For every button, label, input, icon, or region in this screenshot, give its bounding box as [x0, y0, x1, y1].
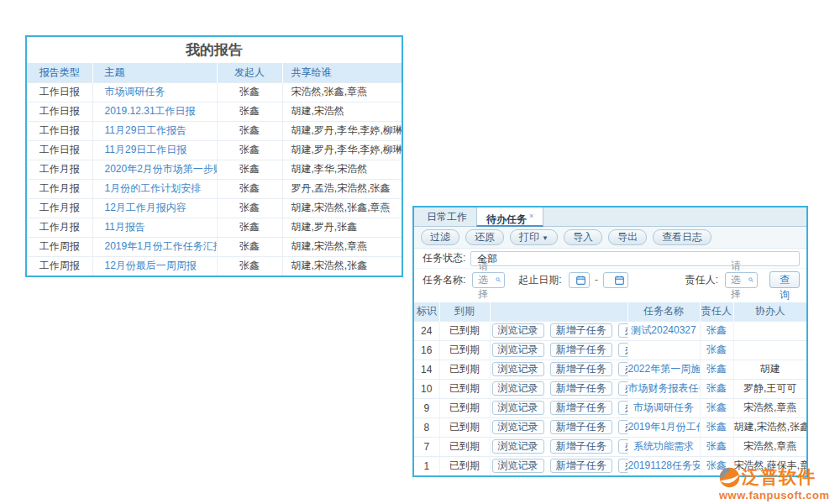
handle-button[interactable]: 办理	[618, 420, 627, 434]
task-owner-link[interactable]: 张鑫	[706, 421, 727, 433]
task-name-link[interactable]: 市场财务报表任务	[628, 382, 701, 394]
column-header-task-name: 任务名称	[627, 302, 700, 321]
task-id-cell: 16	[414, 340, 439, 360]
task-collaborators-cell: 宋浩然,章燕	[733, 398, 806, 417]
task-owner-link[interactable]: 张鑫	[706, 324, 727, 336]
search-button[interactable]: 查询	[769, 271, 800, 288]
report-subject-cell: 市场调研任务	[92, 82, 217, 102]
handle-button[interactable]: 办理	[618, 401, 627, 415]
task-collaborators-cell	[733, 340, 806, 360]
browse-records-button[interactable]: 浏览记录	[492, 459, 544, 473]
add-subtask-button[interactable]: 新增子任务	[550, 323, 612, 338]
column-header-due: 到期	[439, 302, 490, 321]
export-button[interactable]: 导出	[608, 229, 647, 245]
import-button[interactable]: 导入	[564, 229, 602, 245]
add-subtask-button[interactable]: 新增子任务	[550, 381, 612, 396]
close-tab-icon[interactable]: ×	[529, 212, 533, 220]
handle-button[interactable]: 办理	[618, 323, 627, 338]
handle-button[interactable]: 办理	[618, 362, 627, 376]
add-subtask-button[interactable]: 新增子任务	[550, 439, 612, 454]
owner-label: 责任人:	[685, 273, 718, 287]
task-name-link[interactable]: 2019年1月份工作...	[628, 421, 701, 433]
report-subject-link[interactable]: 市场调研任务	[105, 86, 165, 97]
browse-records-button[interactable]: 浏览记录	[492, 323, 544, 338]
report-subject-cell: 2020年2月份市场第一步财务报	[92, 160, 217, 179]
task-owner-link[interactable]: 张鑫	[706, 402, 727, 413]
report-subject-cell: 12月份最后一周周报	[92, 256, 217, 276]
report-subject-link[interactable]: 11月报告	[105, 221, 145, 233]
report-subject-cell: 11月29日工作报告	[92, 121, 217, 140]
task-owner-link[interactable]: 张鑫	[706, 382, 727, 394]
calendar-icon	[576, 276, 585, 285]
task-name-link[interactable]: 市场调研任务	[633, 402, 694, 413]
report-subject-link[interactable]: 11月29日工作报告	[105, 124, 187, 136]
report-row: 工作日报 2019.12.31工作日报 张鑫 胡建,宋浩然	[27, 102, 402, 121]
report-subject-link[interactable]: 12月工作月报内容	[105, 202, 186, 213]
report-initiator-cell: 张鑫	[217, 121, 282, 140]
add-subtask-button[interactable]: 新增子任务	[550, 459, 612, 473]
report-subject-link[interactable]: 1月份的工作计划安排	[105, 182, 202, 194]
task-owner-link[interactable]: 张鑫	[706, 440, 727, 452]
browse-records-button[interactable]: 浏览记录	[492, 420, 544, 434]
handle-button[interactable]: 办理	[618, 459, 627, 473]
task-id-cell: 24	[414, 321, 439, 340]
report-subject-link[interactable]: 2020年2月份市场第一步财务报	[105, 163, 218, 175]
tasks-header-row: 标识 到期 任务名称 责任人 协办人	[414, 302, 806, 321]
browse-records-button[interactable]: 浏览记录	[492, 439, 544, 454]
task-row: 7 已到期 浏览记录 新增子任务 办理 系统功能需求 张鑫 宋浩然,章燕	[414, 437, 806, 456]
report-subject-link[interactable]: 2019.12.31工作日报	[105, 105, 196, 117]
handle-button[interactable]: 办理	[618, 381, 627, 396]
report-shared-cell: 胡建,罗丹,李华,李婷,柳琳...	[282, 121, 402, 140]
task-name-link[interactable]: 测试20240327	[631, 324, 696, 336]
task-owner-link[interactable]: 张鑫	[706, 363, 727, 375]
filter-button[interactable]: 过滤	[421, 229, 459, 245]
add-subtask-button[interactable]: 新增子任务	[550, 401, 612, 415]
tab-daily-work[interactable]: 日常工作	[417, 207, 476, 226]
report-initiator-cell: 张鑫	[217, 198, 282, 218]
task-owner-link[interactable]: 张鑫	[706, 344, 727, 355]
report-row: 工作周报 12月份最后一周周报 张鑫 胡建,宋浩然,张鑫	[27, 256, 402, 276]
add-subtask-button[interactable]: 新增子任务	[550, 343, 612, 357]
handle-button[interactable]: 办理	[618, 439, 627, 454]
browse-records-button[interactable]: 浏览记录	[492, 343, 544, 357]
task-name-link[interactable]: 20191128任务安排	[628, 459, 701, 471]
report-subject-link[interactable]: 2019年1月份工作任务汇报	[105, 240, 218, 252]
task-name-link[interactable]: 2022年第一周施工...	[628, 363, 701, 375]
task-name-link[interactable]: 系统功能需求	[633, 440, 694, 452]
report-row: 工作月报 12月工作月报内容 张鑫 胡建,宋浩然,张鑫,章燕	[27, 198, 402, 218]
report-subject-link[interactable]: 11月29日工作日报	[105, 144, 187, 155]
browse-records-button[interactable]: 浏览记录	[492, 381, 544, 396]
task-due-cell: 已到期	[439, 360, 490, 379]
add-subtask-button[interactable]: 新增子任务	[550, 420, 612, 434]
task-id-cell: 14	[414, 360, 439, 379]
brand-name: 泛普软件	[742, 465, 816, 489]
task-collaborators-cell: 罗静,王可可	[733, 379, 806, 398]
owner-picker[interactable]: 请选择	[725, 272, 758, 288]
task-name-cell: 2019年1月份工作...	[627, 417, 700, 437]
tab-pending-tasks-label: 待办任务	[486, 213, 527, 225]
report-shared-cell: 胡建,宋浩然	[282, 102, 402, 121]
tab-pending-tasks[interactable]: 待办任务×	[476, 207, 543, 227]
task-row: 9 已到期 浏览记录 新增子任务 办理 市场调研任务 张鑫 宋浩然,章燕	[414, 398, 806, 417]
view-log-button[interactable]: 查看日志	[653, 229, 711, 245]
browse-records-button[interactable]: 浏览记录	[492, 362, 544, 376]
task-status-select[interactable]: 全部	[470, 251, 800, 266]
handle-button[interactable]: 办理	[618, 343, 627, 357]
task-name-picker[interactable]: 请选择	[472, 272, 505, 288]
search-icon	[496, 275, 501, 285]
task-due-cell: 已到期	[439, 456, 490, 475]
report-subject-link[interactable]: 12月份最后一周周报	[105, 260, 197, 271]
task-name-placeholder: 请选择	[478, 259, 493, 302]
task-name-cell: 市场财务报表任务	[627, 379, 700, 398]
browse-records-button[interactable]: 浏览记录	[492, 401, 544, 415]
end-date-input[interactable]	[603, 272, 628, 288]
task-actions-cell: 浏览记录 新增子任务 办理	[490, 456, 627, 475]
task-collaborators-cell: 胡建	[733, 360, 806, 379]
report-shared-cell: 胡建,宋浩然,章燕	[282, 237, 402, 256]
add-subtask-button[interactable]: 新增子任务	[550, 362, 612, 376]
task-row: 10 已到期 浏览记录 新增子任务 办理 市场财务报表任务 张鑫 罗静,王可可	[414, 379, 806, 398]
start-date-input[interactable]	[569, 272, 590, 288]
print-button[interactable]: 打印▼	[510, 229, 558, 245]
column-header-shared-with: 共享给谁	[282, 63, 402, 82]
restore-button[interactable]: 还原	[465, 229, 504, 245]
